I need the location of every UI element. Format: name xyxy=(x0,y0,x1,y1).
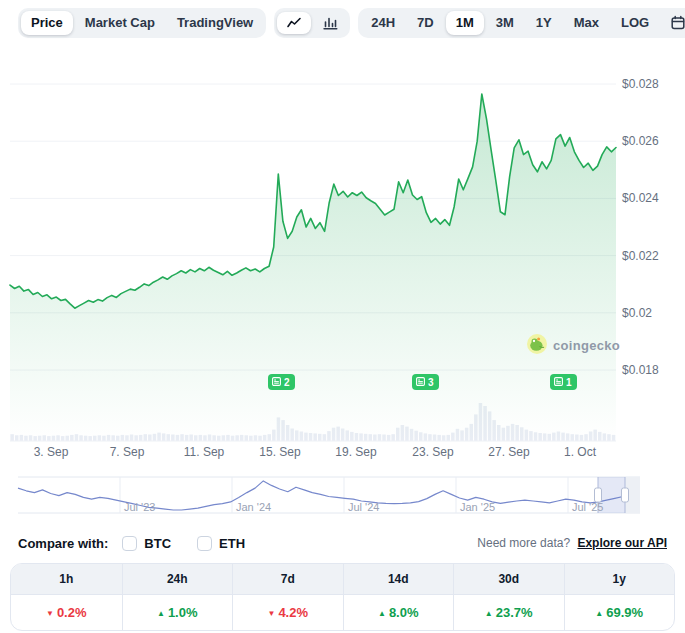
change-arrow-icon: ▲ xyxy=(157,609,165,618)
column-header: 24h xyxy=(123,564,233,595)
range-1y[interactable]: 1Y xyxy=(526,11,562,35)
range-max[interactable]: Max xyxy=(564,11,609,35)
annotation-count: 2 xyxy=(284,377,290,388)
pct-value: ▼0.2% xyxy=(11,595,122,630)
x-axis-label: 3. Sep xyxy=(34,445,69,459)
table-column: 1y ▲69.9% xyxy=(564,564,675,630)
watermark-text: coingecko xyxy=(553,338,620,353)
x-axis-label: 1. Oct xyxy=(564,445,596,459)
price-chart[interactable] xyxy=(0,50,685,464)
navigator-line xyxy=(18,481,623,510)
column-header: 1h xyxy=(11,564,122,595)
table-column: 30d ▲23.7% xyxy=(453,564,564,630)
column-header: 7d xyxy=(233,564,343,595)
compare-row: Compare with: BTC ETH Need more data? Ex… xyxy=(18,533,667,553)
compare-option-eth[interactable]: ETH xyxy=(197,536,245,551)
x-axis-label: 23. Sep xyxy=(412,445,453,459)
pct-value: ▲23.7% xyxy=(454,595,564,630)
compare-option-btc[interactable]: BTC xyxy=(122,536,171,551)
scale-log-toggle[interactable]: LOG xyxy=(611,11,659,35)
pct-value: ▲69.9% xyxy=(565,595,675,630)
range-1m[interactable]: 1M xyxy=(446,11,484,35)
x-axis-label: 19. Sep xyxy=(335,445,376,459)
line-chart-icon xyxy=(286,16,302,30)
navigator-label: Jul '23 xyxy=(124,501,155,513)
navigator-label: Jul '25 xyxy=(572,501,603,513)
pct-value: ▲8.0% xyxy=(344,595,454,630)
price-area xyxy=(10,94,616,441)
navigator-handle[interactable] xyxy=(622,488,629,502)
change-arrow-icon: ▲ xyxy=(485,609,493,618)
x-axis-label: 15. Sep xyxy=(259,445,300,459)
column-header: 1y xyxy=(565,564,675,595)
column-header: 14d xyxy=(344,564,454,595)
x-axis-label: 7. Sep xyxy=(110,445,145,459)
table-column: 14d ▲8.0% xyxy=(343,564,454,630)
range-3m[interactable]: 3M xyxy=(486,11,524,35)
bar-chart-icon-button[interactable] xyxy=(313,12,347,34)
hint-text: Need more data? xyxy=(477,536,570,550)
y-axis-label: $0.02 xyxy=(622,306,652,320)
change-arrow-icon: ▼ xyxy=(267,609,275,618)
coingecko-logo-icon xyxy=(527,334,547,357)
annotation-count: 3 xyxy=(428,377,434,388)
line-chart-icon-button[interactable] xyxy=(277,12,311,34)
change-arrow-icon: ▲ xyxy=(378,609,386,618)
navigator-label: Jan '25 xyxy=(460,501,495,513)
column-header: 30d xyxy=(454,564,564,595)
news-annotation-badge[interactable]: 1 xyxy=(550,374,577,390)
eth-checkbox[interactable] xyxy=(197,536,212,551)
table-column: 1h ▼0.2% xyxy=(11,564,122,630)
btc-checkbox[interactable] xyxy=(122,536,137,551)
price-change-table: 1h ▼0.2% 24h ▲1.0% 7d ▼4.2% 14d ▲8.0% 30… xyxy=(10,563,675,631)
y-axis-label: $0.022 xyxy=(622,249,659,263)
range-24h[interactable]: 24H xyxy=(361,11,405,35)
change-arrow-icon: ▲ xyxy=(595,609,603,618)
navigator-label: Jan '24 xyxy=(236,501,271,513)
compare-label: Compare with: xyxy=(18,536,108,551)
coingecko-price-chart-panel: Price Market Cap TradingView 24H 7D 1M 3… xyxy=(0,0,685,633)
tab-market-cap[interactable]: Market Cap xyxy=(75,11,165,35)
metric-tab-group: Price Market Cap TradingView xyxy=(18,8,266,38)
tab-price[interactable]: Price xyxy=(21,11,73,35)
change-arrow-icon: ▼ xyxy=(46,609,54,618)
y-axis-label: $0.028 xyxy=(622,77,659,91)
news-annotation-badge[interactable]: 3 xyxy=(412,374,439,390)
pct-value: ▼4.2% xyxy=(233,595,343,630)
navigator-handle[interactable] xyxy=(595,488,602,502)
coingecko-watermark: coingecko xyxy=(527,334,620,357)
range-group: 24H 7D 1M 3M 1Y Max LOG xyxy=(358,8,685,38)
x-axis-label: 27. Sep xyxy=(488,445,529,459)
calendar-button[interactable] xyxy=(661,11,685,35)
annotation-count: 1 xyxy=(566,377,572,388)
tab-tradingview[interactable]: TradingView xyxy=(167,11,263,35)
calendar-icon xyxy=(670,15,685,31)
chart-type-group xyxy=(274,8,350,38)
pct-value: ▲1.0% xyxy=(123,595,233,630)
y-axis-label: $0.024 xyxy=(622,191,659,205)
news-icon xyxy=(272,377,281,388)
table-column: 24h ▲1.0% xyxy=(122,564,233,630)
chart-toolbar: Price Market Cap TradingView 24H 7D 1M 3… xyxy=(18,8,667,38)
eth-label: ETH xyxy=(219,536,245,551)
news-annotation-badge[interactable]: 2 xyxy=(268,374,295,390)
bar-chart-icon xyxy=(322,16,338,30)
range-7d[interactable]: 7D xyxy=(407,11,444,35)
news-icon xyxy=(416,377,425,388)
api-hint: Need more data? Explore our API xyxy=(477,536,667,550)
y-axis-label: $0.018 xyxy=(622,363,659,377)
x-axis-label: 11. Sep xyxy=(184,445,224,459)
explore-api-link[interactable]: Explore our API xyxy=(577,536,667,550)
y-axis-label: $0.026 xyxy=(622,134,659,148)
news-icon xyxy=(554,377,563,388)
navigator-label: Jul '24 xyxy=(348,501,379,513)
btc-label: BTC xyxy=(144,536,171,551)
table-column: 7d ▼4.2% xyxy=(232,564,343,630)
